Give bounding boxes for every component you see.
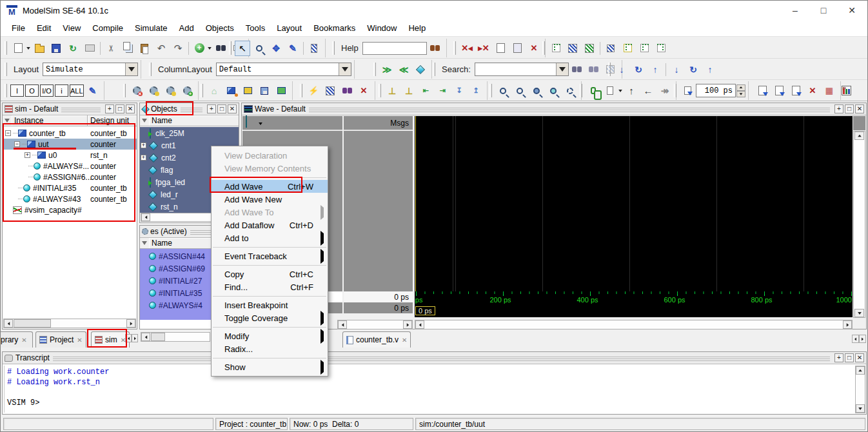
move-to-bottom-button[interactable]: ↓ xyxy=(669,62,684,77)
scroll-right-button[interactable] xyxy=(403,320,412,329)
help-input[interactable] xyxy=(362,42,427,55)
stop-run-button[interactable]: ✕ xyxy=(805,83,820,99)
back-button[interactable]: ← xyxy=(640,83,656,99)
add-cursor-button[interactable]: ⊥ xyxy=(384,83,400,99)
cursor-bar[interactable]: 0 ps xyxy=(415,306,853,317)
expand-icon[interactable]: + xyxy=(25,152,30,158)
sim-panel-undock-button[interactable]: □ xyxy=(115,104,124,113)
tab-close-icon[interactable]: ✕ xyxy=(77,337,82,344)
tab-scroll-right-button[interactable] xyxy=(859,335,866,343)
expand-icon[interactable]: + xyxy=(141,155,146,161)
profile-button[interactable]: P xyxy=(838,83,854,99)
new-file-button[interactable] xyxy=(10,41,26,56)
wave-panel-titlebar[interactable]: Wave - Default + □ ✕ xyxy=(242,103,866,115)
show-print-preview-button[interactable] xyxy=(509,41,525,56)
scroll-thumb[interactable] xyxy=(14,319,51,328)
find-next-transition-button[interactable] xyxy=(620,41,635,56)
run-length-spinner[interactable] xyxy=(736,84,745,97)
search-combo[interactable] xyxy=(475,63,569,76)
tree-row-always43[interactable]: #ALWAYS#43 counter_tb xyxy=(3,193,137,204)
toolbar-handle[interactable] xyxy=(489,84,492,97)
show-list-button[interactable] xyxy=(602,83,618,99)
toolbar-handle[interactable] xyxy=(123,84,126,97)
transcript-undock-button[interactable]: □ xyxy=(845,353,854,362)
toolbar-handle[interactable] xyxy=(229,41,232,55)
move-to-top-button[interactable]: ↑ xyxy=(702,62,718,77)
toolbar-handle[interactable] xyxy=(149,63,152,76)
help-search-button[interactable] xyxy=(428,41,443,56)
edit-mode-button[interactable]: ✎ xyxy=(285,41,301,56)
transcript-vertical-scrollbar[interactable] xyxy=(855,366,865,413)
menu-item-add-wave-new[interactable]: Add Wave New xyxy=(212,193,328,206)
columnlayout-select[interactable]: Default xyxy=(216,63,351,76)
scroll-down-button[interactable] xyxy=(856,404,865,413)
environment-back-button[interactable] xyxy=(223,83,239,99)
remove-cursor-left-button[interactable]: ✕◂ xyxy=(459,41,475,56)
tree-row-always1[interactable]: #ALWAYS#... counter xyxy=(3,161,137,172)
tree-row-vsim-capacity[interactable]: #vsim_capacity# xyxy=(3,204,137,215)
add-selected-button[interactable]: + xyxy=(192,41,207,56)
forward-fast-button[interactable]: ↠ xyxy=(657,83,673,99)
scroll-left-button[interactable] xyxy=(338,320,347,329)
filter-internal-button[interactable]: i xyxy=(55,84,68,97)
run-continue-button[interactable] xyxy=(771,83,787,99)
menu-add[interactable]: Add xyxy=(173,21,200,35)
sim-panel-zoom-button[interactable]: + xyxy=(105,104,114,113)
toolbar-handle[interactable] xyxy=(433,63,435,76)
menu-tools[interactable]: Tools xyxy=(240,21,271,35)
toolbar-handle[interactable] xyxy=(5,84,7,97)
menu-item-find[interactable]: Find...Ctrl+F xyxy=(212,280,328,293)
environment-up-button[interactable]: ⌂ xyxy=(206,83,222,99)
filter-funnel-icon[interactable] xyxy=(5,119,10,123)
move-down-button[interactable]: ↓ xyxy=(614,62,629,77)
find-previous-transition-button[interactable] xyxy=(603,41,618,56)
toolbar-handle[interactable] xyxy=(608,63,611,76)
tree-row-assign[interactable]: #ASSIGN#6... counter xyxy=(3,172,137,182)
scroll-up-button[interactable] xyxy=(854,132,864,140)
menu-bookmarks[interactable]: Bookmarks xyxy=(308,21,361,35)
print-button[interactable] xyxy=(82,41,97,56)
column-header-design-unit[interactable]: Design unit xyxy=(88,115,137,126)
menu-item-add-to[interactable]: Add to xyxy=(212,231,328,244)
collapse-icon[interactable]: − xyxy=(14,141,20,147)
compile-all-button[interactable] xyxy=(322,83,338,99)
zoom-mode-button[interactable] xyxy=(252,41,267,56)
tree-row-u0[interactable]: + u0 rst_n xyxy=(3,150,137,161)
filter-inputs-button[interactable]: I xyxy=(10,84,24,97)
menu-compile[interactable]: Compile xyxy=(86,21,129,35)
reload-selected-button[interactable]: ↻ xyxy=(631,62,646,77)
continue-run-button[interactable] xyxy=(163,83,178,99)
column-header-name[interactable]: Name xyxy=(149,115,239,126)
toolbar-handle[interactable] xyxy=(332,41,335,55)
toolbar-handle[interactable] xyxy=(542,41,545,55)
search-dropdown-button[interactable] xyxy=(556,63,568,75)
search-forward-button[interactable] xyxy=(586,62,602,77)
objects-panel-zoom-button[interactable]: + xyxy=(207,104,216,113)
objects-panel-undock-button[interactable]: □ xyxy=(217,104,226,113)
wave-panel-undock-button[interactable]: □ xyxy=(845,104,854,113)
toolbar-handle[interactable] xyxy=(379,84,381,97)
copy-button[interactable] xyxy=(120,41,135,56)
save-format-button[interactable] xyxy=(257,83,272,99)
collapse-left-button[interactable]: ≫ xyxy=(379,62,395,77)
run-all-button[interactable]: + xyxy=(179,83,195,99)
sim-panel-titlebar[interactable]: sim - Default + □ ✕ xyxy=(3,103,137,115)
environment-forward-button[interactable] xyxy=(240,83,255,99)
transcript-titlebar[interactable]: Transcript + □ ✕ xyxy=(3,352,866,364)
scroll-down-button[interactable] xyxy=(854,309,864,317)
paste-button[interactable] xyxy=(137,41,152,56)
scroll-left-button[interactable] xyxy=(141,213,150,221)
save-button[interactable] xyxy=(48,41,64,56)
menu-view[interactable]: View xyxy=(57,21,86,35)
menu-item-add-wave[interactable]: Add WaveCtrl+W xyxy=(212,180,328,193)
wave-panel-zoom-button[interactable]: + xyxy=(834,104,843,113)
menu-file[interactable]: File xyxy=(6,21,31,35)
restart-button[interactable]: ✕ xyxy=(129,83,144,99)
filter-outputs-button[interactable]: O xyxy=(25,84,39,97)
prev-fall-button[interactable]: ↧ xyxy=(451,83,467,99)
wave-msgs-column-header[interactable]: Msgs xyxy=(344,116,413,130)
wave-msgs-column[interactable] xyxy=(344,131,413,291)
menu-item-add-wave-to[interactable]: Add Wave To xyxy=(212,206,328,219)
change-filter-button[interactable]: ✎ xyxy=(85,83,101,99)
menu-item-toggle-coverage[interactable]: Toggle Coverage xyxy=(212,311,328,324)
